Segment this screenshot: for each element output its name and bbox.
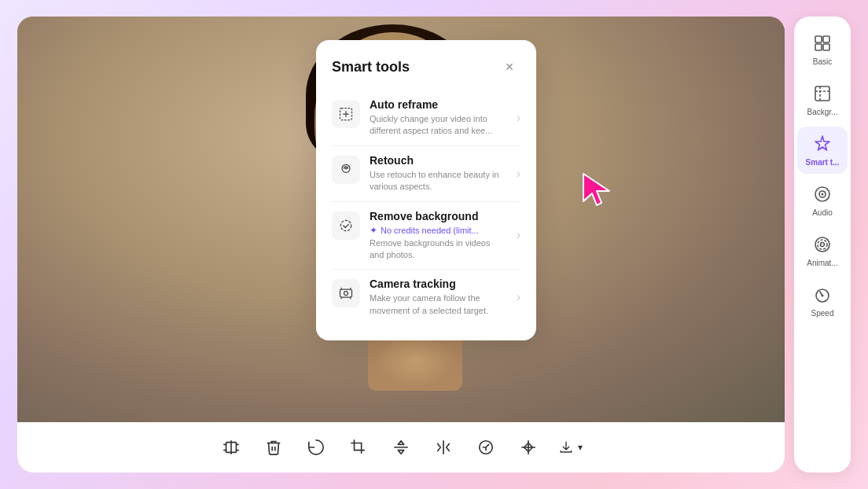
retouch-chevron: › [517, 167, 520, 181]
sidebar-item-background[interactable]: Backgr... [797, 76, 848, 123]
retouch-icon-wrap [332, 156, 360, 184]
speed-label: Speed [811, 309, 834, 318]
basic-label: Basic [813, 57, 832, 67]
toolbar: ▾ [17, 422, 785, 472]
panel-title: Smart tools [332, 59, 410, 75]
camera-tracking-desc: Make your camera follow the movement of … [370, 292, 507, 317]
background-label: Backgr... [807, 108, 838, 117]
tool-item-camera-tracking[interactable]: Camera tracking Make your camera follow … [332, 270, 520, 325]
camera-tracking-icon-wrap [332, 279, 360, 307]
remove-bg-icon [338, 218, 354, 233]
camera-tracking-chevron: › [517, 290, 520, 304]
split-button[interactable] [219, 436, 243, 459]
sidebar-item-basic[interactable]: Basic [797, 26, 848, 73]
export-button[interactable]: ▾ [559, 436, 583, 459]
auto-reframe-content: Auto reframe Quickly change your video i… [370, 98, 507, 138]
sticker-button[interactable] [474, 436, 498, 459]
right-sidebar: Basic Backgr... Smart t... Audio [794, 17, 851, 472]
auto-reframe-icon-wrap [332, 100, 360, 128]
tool-item-auto-reframe[interactable]: Auto reframe Quickly change your video i… [332, 90, 520, 146]
camera-tracking-icon [338, 285, 354, 301]
background-icon [811, 83, 833, 105]
badge-star-icon: ✦ [370, 225, 377, 236]
auto-reframe-desc: Quickly change your video into different… [370, 113, 507, 138]
svg-point-15 [822, 193, 824, 196]
svg-rect-4 [340, 289, 352, 297]
auto-reframe-icon [338, 106, 354, 122]
speed-icon [811, 284, 833, 306]
keyframe-button[interactable] [517, 436, 540, 459]
retouch-icon [338, 162, 354, 178]
svg-rect-11 [823, 44, 829, 50]
retouch-desc: Use retouch to enhance beauty in various… [370, 169, 507, 193]
audio-label: Audio [812, 208, 833, 218]
video-frame: Smart tools × Auto reframe Quickly chang… [17, 17, 785, 422]
svg-rect-12 [815, 86, 829, 101]
svg-point-18 [821, 243, 825, 247]
auto-reframe-name: Auto reframe [370, 98, 507, 111]
auto-reframe-chevron: › [517, 111, 520, 125]
camera-tracking-content: Camera tracking Make your camera follow … [370, 278, 507, 317]
svg-point-2 [345, 167, 348, 170]
svg-rect-9 [823, 36, 829, 42]
delete-button[interactable] [262, 436, 285, 459]
remove-bg-badge: ✦ No credits needed (limit... [370, 225, 507, 236]
camera-tracking-name: Camera tracking [370, 278, 507, 290]
badge-text: No credits needed (limit... [381, 226, 479, 235]
remove-bg-name: Remove background [370, 210, 507, 222]
audio-icon [811, 183, 833, 205]
smart-tools-icon [811, 133, 833, 155]
remove-bg-chevron: › [517, 228, 520, 242]
svg-rect-10 [815, 44, 822, 50]
panel-header: Smart tools × [332, 56, 520, 78]
remove-bg-icon-wrap [332, 211, 360, 240]
svg-point-17 [818, 240, 827, 249]
basic-icon [811, 32, 833, 54]
tool-item-remove-bg[interactable]: Remove background ✦ No credits needed (l… [332, 202, 520, 270]
smart-tools-panel: Smart tools × Auto reframe Quickly chang… [316, 40, 536, 340]
panel-close-button[interactable]: × [498, 56, 520, 78]
sidebar-item-animate[interactable]: Animat... [797, 227, 848, 274]
rotate-button[interactable] [304, 436, 328, 459]
svg-rect-8 [815, 36, 822, 42]
main-container: Smart tools × Auto reframe Quickly chang… [17, 17, 851, 472]
export-dropdown-arrow[interactable]: ▾ [578, 442, 583, 453]
retouch-content: Retouch Use retouch to enhance beauty in… [370, 154, 507, 193]
remove-bg-content: Remove background ✦ No credits needed (l… [370, 210, 507, 262]
animate-icon [811, 233, 833, 256]
flip-button[interactable] [389, 436, 413, 459]
animate-label: Animat... [807, 259, 837, 268]
svg-point-3 [340, 220, 351, 230]
crop-button[interactable] [347, 436, 370, 459]
tool-item-retouch[interactable]: Retouch Use retouch to enhance beauty in… [332, 146, 520, 202]
svg-point-5 [344, 292, 348, 296]
mirror-button[interactable] [432, 436, 455, 459]
svg-point-20 [822, 295, 824, 297]
sidebar-item-speed[interactable]: Speed [797, 278, 848, 325]
video-area: Smart tools × Auto reframe Quickly chang… [17, 17, 785, 472]
smart-label: Smart t... [806, 158, 840, 167]
remove-bg-desc: Remove backgrounds in videos and photos. [370, 237, 507, 262]
sidebar-item-audio[interactable]: Audio [797, 177, 848, 224]
sidebar-item-smart[interactable]: Smart t... [797, 127, 848, 174]
retouch-name: Retouch [370, 154, 507, 167]
